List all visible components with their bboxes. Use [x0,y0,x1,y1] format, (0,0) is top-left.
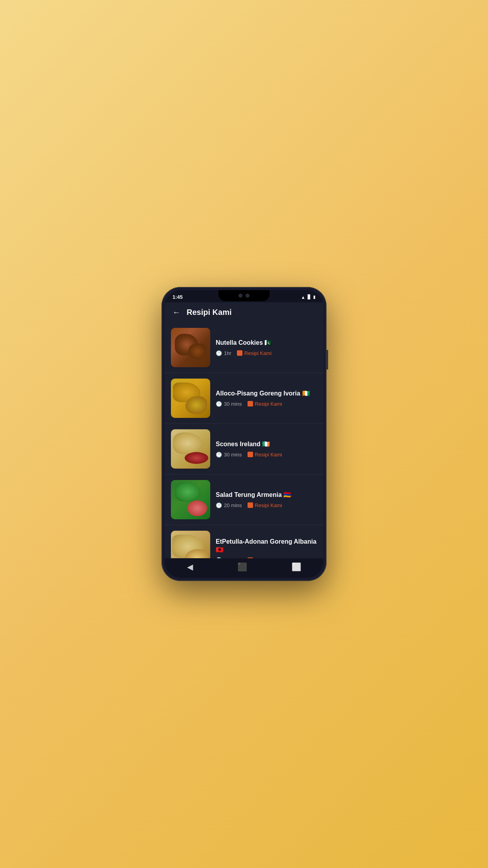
time-value: 30 mins [224,401,242,407]
recipe-info-scones-ireland: Scones Ireland 🇮🇪🕐30 minsResipi Kami [216,440,317,458]
recipe-category-nutella-cookies: Resipi Kami [237,350,272,356]
clock-icon: 🕐 [216,350,222,356]
clock-icon: 🕐 [216,452,222,458]
category-icon [237,350,242,356]
status-bar: 1:45 ▲ ▊ ▮ [165,290,323,302]
recipe-info-salad-terung: Salad Terung Armenia 🇦🇲🕐20 minsResipi Ka… [216,491,317,508]
signal-icon: ▊ [308,294,311,300]
recipe-meta-scones-ireland: 🕐30 minsResipi Kami [216,452,317,458]
recipe-time-alloco-pisang: 🕐30 mins [216,401,242,407]
recipe-category-alloco-pisang: Resipi Kami [248,401,282,407]
recipe-meta-nutella-cookies: 🕐1hrResipi Kami [216,350,317,356]
phone-screen: 1:45 ▲ ▊ ▮ ← Resipi Kami Nutella Cookies… [165,290,323,578]
nav-back-button[interactable]: ◀ [187,562,193,572]
recipe-title-salad-terung: Salad Terung Armenia 🇦🇲 [216,491,317,499]
recipe-time-nutella-cookies: 🕐1hr [216,350,231,356]
time-value: 20 mins [224,502,242,508]
category-icon [248,452,253,457]
category-icon [248,502,253,508]
recipe-title-etpetulla: EtPetulla-Adonan Goreng Albania 🇦🇱 [216,538,317,554]
recipe-thumb-etpetulla [171,531,210,558]
recipe-meta-alloco-pisang: 🕐30 minsResipi Kami [216,401,317,407]
recipe-info-etpetulla: EtPetulla-Adonan Goreng Albania 🇦🇱🕐30 mi… [216,538,317,558]
recipe-thumb-scones-ireland [171,429,210,469]
category-label: Resipi Kami [255,502,282,508]
recipe-item-scones-ireland[interactable]: Scones Ireland 🇮🇪🕐30 minsResipi Kami [165,424,323,474]
recipe-thumb-alloco-pisang [171,379,210,418]
category-label: Resipi Kami [255,401,282,407]
recipe-item-salad-terung[interactable]: Salad Terung Armenia 🇦🇲🕐20 minsResipi Ka… [165,474,323,525]
recipe-time-salad-terung: 🕐20 mins [216,502,242,508]
status-icons: ▲ ▊ ▮ [301,294,316,300]
recipe-item-alloco-pisang[interactable]: Alloco-Pisang Goreng Ivoria 🇨🇮🕐30 minsRe… [165,373,323,424]
recipe-meta-salad-terung: 🕐20 minsResipi Kami [216,502,317,508]
recipe-info-alloco-pisang: Alloco-Pisang Goreng Ivoria 🇨🇮🕐30 minsRe… [216,390,317,407]
recipe-title-alloco-pisang: Alloco-Pisang Goreng Ivoria 🇨🇮 [216,390,317,398]
recipe-info-nutella-cookies: Nutella Cookies 🇵🇰🕐1hrResipi Kami [216,339,317,356]
recipe-category-salad-terung: Resipi Kami [248,502,282,508]
time-value: 1hr [224,350,231,356]
power-button [327,350,328,370]
recipe-thumb-salad-terung [171,480,210,519]
category-icon [248,401,253,406]
recipe-title-scones-ireland: Scones Ireland 🇮🇪 [216,440,317,449]
recipe-time-scones-ireland: 🕐30 mins [216,452,242,458]
clock-icon: 🕐 [216,401,222,407]
notch [218,290,270,301]
recipe-category-scones-ireland: Resipi Kami [248,452,282,458]
camera-right [246,294,250,298]
recipe-thumb-nutella-cookies [171,328,210,367]
camera-left [238,294,242,298]
clock-icon: 🕐 [216,502,222,508]
time-value: 30 mins [224,452,242,458]
page-title: Resipi Kami [187,308,231,317]
status-time: 1:45 [172,294,183,300]
nav-home-button[interactable]: ⬛ [237,562,247,572]
recipe-item-nutella-cookies[interactable]: Nutella Cookies 🇵🇰🕐1hrResipi Kami [165,322,323,373]
wifi-icon: ▲ [301,295,305,300]
phone-frame: 1:45 ▲ ▊ ▮ ← Resipi Kami Nutella Cookies… [161,287,327,581]
back-button[interactable]: ← [172,308,180,317]
category-label: Resipi Kami [244,350,272,356]
bottom-nav: ◀ ⬛ ⬜ [165,558,323,578]
recipe-title-nutella-cookies: Nutella Cookies 🇵🇰 [216,339,317,347]
recipe-list: Nutella Cookies 🇵🇰🕐1hrResipi KamiAlloco-… [165,322,323,558]
category-label: Resipi Kami [255,452,282,458]
battery-icon: ▮ [313,294,316,300]
recipe-item-etpetulla[interactable]: EtPetulla-Adonan Goreng Albania 🇦🇱🕐30 mi… [165,525,323,558]
app-header: ← Resipi Kami [165,302,323,322]
nav-recent-button[interactable]: ⬜ [292,562,301,572]
